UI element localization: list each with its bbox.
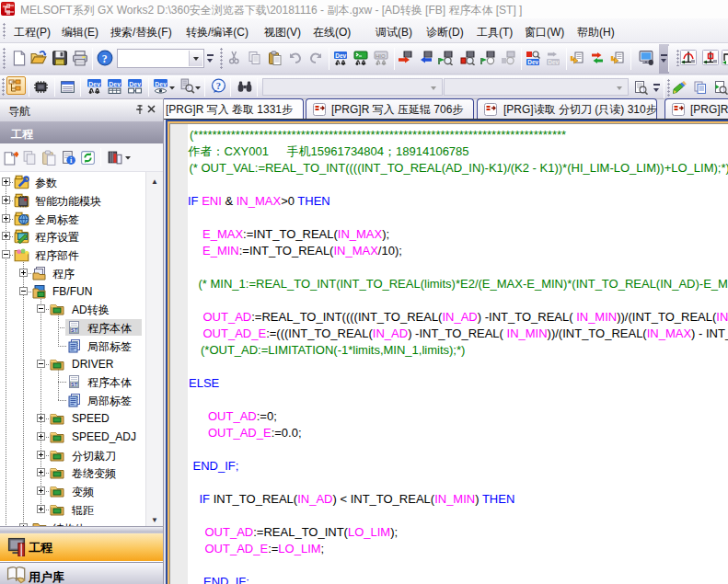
- svg-text:Dev: Dev: [527, 59, 538, 65]
- svg-text:HIO: HIO: [376, 53, 386, 59]
- svg-text:?: ?: [216, 81, 221, 91]
- svg-text:Dev: Dev: [335, 52, 346, 59]
- svg-text:Dev: Dev: [155, 81, 167, 87]
- svg-text:Dev: Dev: [109, 81, 121, 87]
- svg-text:ST: ST: [71, 382, 78, 387]
- svg-text:Dev: Dev: [548, 59, 559, 65]
- svg-text:ST: ST: [71, 327, 78, 333]
- svg-text:Dev: Dev: [88, 81, 100, 87]
- svg-text:Dev: Dev: [129, 81, 141, 87]
- svg-text:?: ?: [102, 52, 108, 65]
